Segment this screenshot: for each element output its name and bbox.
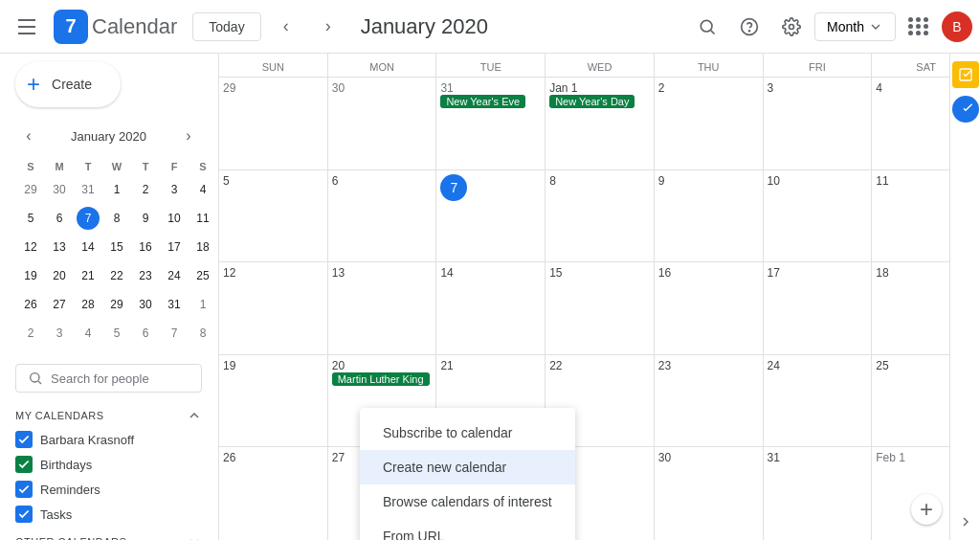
day-cell[interactable]: 8 — [545, 170, 654, 262]
menu-button[interactable] — [8, 8, 46, 46]
mini-day[interactable]: 8 — [189, 320, 216, 347]
calendar-checkbox[interactable] — [15, 431, 33, 448]
day-cell[interactable]: 26 — [218, 447, 327, 540]
day-cell[interactable]: 30 — [654, 447, 763, 540]
mini-day[interactable]: 6 — [46, 205, 73, 232]
mini-day[interactable]: 30 — [132, 291, 159, 318]
day-cell[interactable]: 23 — [654, 355, 763, 447]
day-cell[interactable]: 10 — [763, 170, 872, 262]
menu-item-create[interactable]: Create new calendar — [360, 450, 575, 484]
help-button[interactable] — [730, 8, 768, 46]
day-cell[interactable]: 14 — [435, 262, 545, 354]
calendar-item-birthdays[interactable]: Birthdays — [15, 452, 202, 477]
mini-day[interactable]: 9 — [132, 205, 159, 232]
mini-day[interactable]: 19 — [17, 262, 44, 289]
mini-day[interactable]: 6 — [132, 320, 159, 347]
mini-day[interactable]: 8 — [103, 205, 130, 232]
day-cell[interactable]: 31 New Year's Eve — [435, 78, 545, 169]
mini-day[interactable]: 12 — [17, 234, 44, 260]
mini-day[interactable]: 3 — [46, 320, 73, 347]
day-cell[interactable]: 3 — [763, 78, 872, 169]
mini-day[interactable]: 30 — [46, 176, 73, 203]
calendar-checkbox[interactable] — [15, 456, 33, 473]
day-cell[interactable]: 16 — [654, 262, 763, 354]
my-calendars-header[interactable]: My calendars — [15, 408, 202, 423]
mini-day[interactable]: 5 — [103, 320, 130, 347]
event-chip[interactable]: Martin Luther King — [332, 372, 430, 386]
other-calendars-header[interactable]: Other calendars — [15, 534, 202, 540]
calendar-checkbox[interactable] — [15, 506, 33, 523]
day-cell[interactable]: Jan 1 New Year's Day — [545, 78, 654, 169]
tasks-panel-icon[interactable] — [952, 61, 979, 88]
calendar-item-reminders[interactable]: Reminders — [15, 477, 202, 502]
next-button[interactable]: › — [311, 10, 345, 44]
mini-day-today[interactable]: 7 — [75, 205, 101, 232]
mini-day[interactable]: 17 — [161, 234, 188, 260]
mini-day[interactable]: 26 — [17, 291, 44, 318]
search-people-input[interactable]: Search for people — [15, 364, 202, 393]
keep-panel-icon[interactable] — [952, 96, 979, 123]
day-cell[interactable]: 24 — [763, 355, 872, 447]
day-cell[interactable]: 29 — [218, 78, 327, 169]
expand-panel-button[interactable] — [958, 514, 973, 532]
mini-day[interactable]: 29 — [103, 291, 130, 318]
day-cell[interactable]: 19 — [218, 355, 327, 447]
calendar-item-tasks[interactable]: Tasks — [15, 502, 202, 527]
create-button[interactable]: + Create — [15, 61, 121, 107]
mini-day[interactable]: 23 — [132, 262, 159, 289]
day-cell[interactable]: 15 — [545, 262, 654, 354]
day-cell[interactable]: 6 — [327, 170, 436, 262]
mini-day[interactable]: 24 — [161, 262, 188, 289]
add-event-button[interactable]: + — [911, 494, 942, 525]
mini-day[interactable]: 11 — [189, 205, 216, 232]
day-cell[interactable]: 13 — [327, 262, 436, 354]
calendar-item-barbara[interactable]: Barbara Krasnoff — [15, 427, 202, 452]
day-cell[interactable]: 5 — [218, 170, 327, 262]
day-cell[interactable]: 12 — [218, 262, 327, 354]
mini-day[interactable]: 22 — [103, 262, 130, 289]
settings-button[interactable] — [772, 8, 811, 46]
mini-day[interactable]: 1 — [189, 291, 216, 318]
day-cell-today[interactable]: 7 — [435, 170, 545, 262]
mini-day[interactable]: 2 — [132, 176, 159, 203]
mini-day[interactable]: 31 — [75, 176, 101, 203]
mini-day[interactable]: 7 — [161, 320, 188, 347]
day-cell[interactable]: 30 — [327, 78, 436, 169]
mini-day[interactable]: 13 — [46, 234, 73, 260]
mini-day[interactable]: 5 — [17, 205, 44, 232]
event-chip[interactable]: New Year's Eve — [440, 95, 525, 108]
mini-day[interactable]: 2 — [17, 320, 44, 347]
day-cell[interactable]: 31 — [763, 447, 872, 540]
mini-day[interactable]: 14 — [75, 234, 101, 260]
mini-day[interactable]: 16 — [132, 234, 159, 260]
mini-day[interactable]: 20 — [46, 262, 73, 289]
prev-button[interactable]: ‹ — [269, 10, 303, 44]
mini-next-button[interactable]: › — [175, 123, 202, 149]
mini-day[interactable]: 4 — [75, 320, 101, 347]
today-button[interactable]: Today — [192, 12, 260, 41]
mini-prev-button[interactable]: ‹ — [15, 123, 42, 149]
mini-day[interactable]: 15 — [103, 234, 130, 260]
avatar[interactable]: B — [942, 11, 972, 42]
day-cell[interactable]: 9 — [654, 170, 763, 262]
mini-day[interactable]: 3 — [161, 176, 188, 203]
menu-item-subscribe[interactable]: Subscribe to calendar — [360, 416, 575, 450]
view-selector[interactable]: Month — [814, 12, 896, 41]
mini-day[interactable]: 27 — [46, 291, 73, 318]
apps-button[interactable] — [900, 8, 938, 46]
search-button[interactable] — [688, 8, 726, 46]
mini-day[interactable]: 25 — [189, 262, 216, 289]
mini-day[interactable]: 1 — [103, 176, 130, 203]
menu-item-url[interactable]: From URL — [360, 519, 575, 540]
mini-day[interactable]: 18 — [189, 234, 216, 260]
calendar-checkbox[interactable] — [15, 481, 33, 498]
mini-day[interactable]: 28 — [75, 291, 101, 318]
mini-day[interactable]: 29 — [17, 176, 44, 203]
menu-item-browse[interactable]: Browse calendars of interest — [360, 484, 575, 519]
day-cell[interactable]: 2 — [654, 78, 763, 169]
event-chip[interactable]: New Year's Day — [549, 95, 635, 108]
mini-day[interactable]: 10 — [161, 205, 188, 232]
mini-day[interactable]: 4 — [189, 176, 216, 203]
mini-day[interactable]: 31 — [161, 291, 188, 318]
mini-day[interactable]: 21 — [75, 262, 101, 289]
